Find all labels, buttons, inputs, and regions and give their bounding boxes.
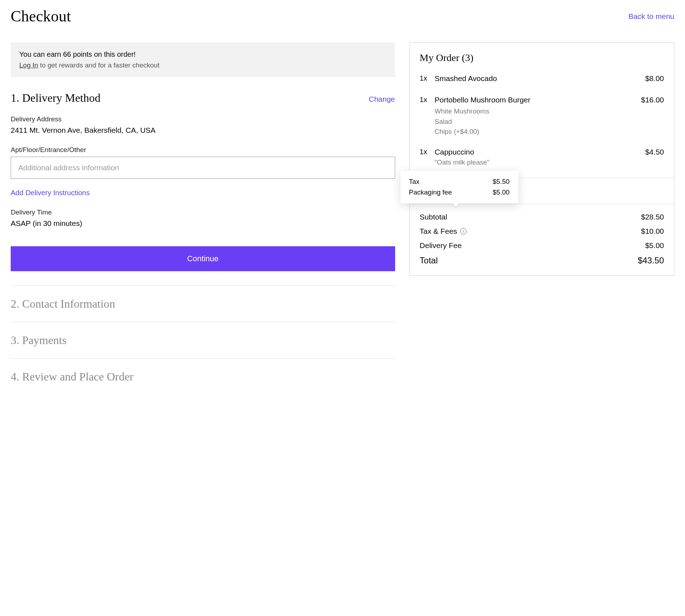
points-earn-text: You can earn 66 points on this order! [19,50,387,59]
change-delivery-link[interactable]: Change [369,95,395,103]
tax-fees-value: $10.00 [641,227,664,236]
divider [11,322,395,322]
delivery-method-heading: 1. Delivery Method [11,91,101,105]
review-heading: 4. Review and Place Order [11,370,395,383]
info-icon[interactable]: i [460,228,467,234]
order-item: 1x Cappuccino “Oats milk please” $4.50 [420,148,664,166]
order-totals: Subtotal $28.50 Tax & Fees i $10.00 Deli… [410,204,674,276]
order-item-name: Portobello Mushroom Burger [435,96,637,104]
divider [11,358,395,359]
header: Checkout Back to menu [11,7,674,25]
back-to-menu-link[interactable]: Back to menu [629,12,674,21]
tooltip-tax-value: $5.50 [493,178,510,186]
main-column: You can earn 66 points on this order! Lo… [11,42,395,383]
order-item-name: Smashed Avocado [435,74,641,83]
order-title: My Order (3) [420,52,664,64]
order-item-qty: 1x [420,96,430,137]
continue-button[interactable]: Continue [11,246,395,271]
tax-fees-tooltip: Tax $5.50 Packaging fee $5.00 [401,171,518,203]
page-title: Checkout [11,7,71,25]
payments-heading: 3. Payments [11,334,395,347]
delivery-time-value: ASAP (in 30 minutes) [11,219,395,228]
contact-heading: 2. Contact Information [11,297,395,310]
delivery-address-value: 2411 Mt. Vernon Ave, Bakersfield, CA, US… [11,126,395,135]
tooltip-pack-value: $5.00 [493,188,510,196]
order-item-qty: 1x [420,74,430,85]
order-item: 1x Portobello Mushroom Burger White Mush… [420,96,664,137]
points-login-row: Log In to get rewards and for a faster c… [19,61,387,69]
order-column: My Order (3) 1x Smashed Avocado $8.00 1x… [409,42,674,276]
delivery-heading-row: 1. Delivery Method Change [11,91,395,105]
order-item-price: $8.00 [645,74,664,85]
tooltip-pack-label: Packaging fee [409,188,452,196]
order-item-note: “Oats milk please” [435,158,641,166]
order-panel: My Order (3) 1x Smashed Avocado $8.00 1x… [409,42,674,276]
points-login-rest: to get rewards and for a faster checkout [38,61,160,69]
order-item-name: Cappuccino [435,148,641,156]
points-banner: You can earn 66 points on this order! Lo… [11,42,395,77]
tooltip-tax-label: Tax [409,178,420,186]
order-item-qty: 1x [420,148,430,166]
order-item-option: Salad [435,117,637,127]
delivery-fee-value: $5.00 [645,241,664,250]
delivery-fee-label: Delivery Fee [420,241,462,250]
apt-input[interactable] [11,157,395,179]
order-item-price: $4.50 [645,148,664,166]
subtotal-label: Subtotal [420,213,447,221]
apt-label: Apt/Floor/Entrance/Other [11,146,395,154]
order-item-option: White Mushrooms [435,106,637,117]
total-value: $43.50 [638,256,664,266]
tax-fees-label: Tax & Fees [420,227,457,236]
total-label: Total [420,256,438,266]
delivery-time-label: Delivery Time [11,208,395,216]
order-item-price: $16.00 [641,96,664,137]
order-item-option: Chips (+$4.00) [435,127,637,137]
order-item: 1x Smashed Avocado $8.00 [420,74,664,85]
subtotal-value: $28.50 [641,213,664,221]
add-delivery-instructions-link[interactable]: Add Delivery Instructions [11,189,90,197]
login-link[interactable]: Log In [19,61,38,69]
divider [11,286,395,286]
delivery-address-label: Delivery Address [11,115,395,123]
